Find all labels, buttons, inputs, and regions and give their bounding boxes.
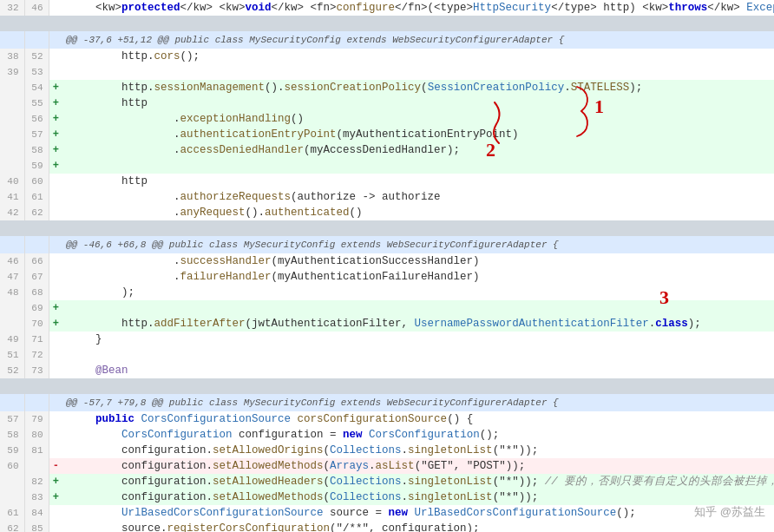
line-num-new: 69 bbox=[24, 300, 49, 316]
line-num-old bbox=[0, 158, 24, 174]
line-num-old: 51 bbox=[0, 347, 24, 363]
code-diff-container: 32 46 <kw>protected</kw> <kw>void</kw> <… bbox=[0, 0, 774, 532]
line-num-new bbox=[24, 458, 49, 474]
line-num-new: 83 bbox=[24, 489, 49, 505]
line-num-new bbox=[24, 394, 49, 411]
line-num-new: 85 bbox=[24, 521, 49, 532]
meta-content: @@ -37,6 +51,12 @@ public class MySecuri… bbox=[62, 31, 774, 49]
line-num-old: 62 bbox=[0, 521, 24, 532]
line-marker bbox=[49, 205, 62, 220]
line-content: configuration.setAllowedMethods(Collecti… bbox=[62, 489, 774, 505]
meta-content: @@ -57,7 +79,8 @@ public class MySecurit… bbox=[62, 394, 774, 411]
line-content: .failureHandler(myAuthenticationFailureH… bbox=[62, 269, 774, 285]
line-content bbox=[62, 64, 774, 80]
line-content: source.registerCorsConfiguration("/**", … bbox=[62, 521, 774, 532]
line-content: http.addFilterAfter(jwtAuthenticationFil… bbox=[62, 316, 774, 332]
line-marker: + bbox=[49, 95, 62, 111]
line-content: configuration.setAllowedOrigins(Collecti… bbox=[62, 443, 774, 458]
line-num-old bbox=[0, 236, 24, 253]
line-content: http bbox=[62, 95, 774, 111]
line-num-new bbox=[24, 31, 49, 49]
line-num-old bbox=[0, 394, 24, 411]
line-content bbox=[62, 347, 774, 363]
line-num-new: 56 bbox=[24, 111, 49, 127]
line-marker bbox=[49, 394, 62, 411]
line-num-old: 47 bbox=[0, 269, 24, 285]
line-marker: + bbox=[49, 127, 62, 142]
line-content: ); bbox=[62, 285, 774, 300]
line-marker: + bbox=[49, 300, 62, 316]
line-num-old: 38 bbox=[0, 49, 24, 64]
line-marker bbox=[49, 64, 62, 80]
line-content: @Bean bbox=[62, 363, 774, 378]
line-num-new: 46 bbox=[24, 0, 49, 16]
line-marker bbox=[49, 505, 62, 521]
line-num-new: 54 bbox=[24, 80, 49, 95]
line-content: http.sessionManagement().sessionCreation… bbox=[62, 80, 774, 95]
line-num-old bbox=[0, 316, 24, 332]
line-marker: + bbox=[49, 80, 62, 95]
line-marker bbox=[49, 363, 62, 378]
line-marker: + bbox=[49, 142, 62, 158]
line-num-old bbox=[0, 31, 24, 49]
line-content: .successHandler(myAuthenticationSuccessH… bbox=[62, 253, 774, 269]
line-marker bbox=[49, 427, 62, 443]
code-table: 32 46 <kw>protected</kw> <kw>void</kw> <… bbox=[0, 0, 774, 532]
line-content: configuration.setAllowedHeaders(Collecti… bbox=[62, 474, 774, 489]
line-marker: + bbox=[49, 158, 62, 174]
line-marker bbox=[49, 443, 62, 458]
line-num-new: 79 bbox=[24, 411, 49, 427]
line-num-new: 52 bbox=[24, 49, 49, 64]
line-content: http bbox=[62, 174, 774, 189]
line-num-new: 58 bbox=[24, 142, 49, 158]
line-num-new: 62 bbox=[24, 205, 49, 220]
line-marker bbox=[49, 285, 62, 300]
line-num-new: 57 bbox=[24, 127, 49, 142]
line-marker bbox=[49, 236, 62, 253]
line-marker bbox=[49, 0, 62, 16]
line-num-old: 48 bbox=[0, 285, 24, 300]
line-num-new: 84 bbox=[24, 505, 49, 521]
line-marker: - bbox=[49, 458, 62, 474]
line-num-old bbox=[0, 80, 24, 95]
line-num-new: 60 bbox=[24, 174, 49, 189]
line-content: http.cors(); bbox=[62, 49, 774, 64]
line-content: .authorizeRequests(authorize -> authoriz… bbox=[62, 189, 774, 205]
line-marker bbox=[49, 189, 62, 205]
line-num-old: 41 bbox=[0, 189, 24, 205]
line-content: <kw>protected</kw> <kw>void</kw> <fn>con… bbox=[62, 0, 774, 16]
line-marker bbox=[49, 332, 62, 347]
line-num-new: 59 bbox=[24, 158, 49, 174]
line-marker: + bbox=[49, 474, 62, 489]
line-content: .accessDeniedHandler(myAccessDeniedHandl… bbox=[62, 142, 774, 158]
line-num-new: 81 bbox=[24, 443, 49, 458]
line-content: .exceptionHandling() bbox=[62, 111, 774, 127]
line-num-new: 71 bbox=[24, 332, 49, 347]
line-num-old bbox=[0, 95, 24, 111]
line-content: } bbox=[62, 332, 774, 347]
line-marker bbox=[49, 174, 62, 189]
line-num-old: 42 bbox=[0, 205, 24, 220]
line-content: configuration.setAllowedMethods(Arrays.a… bbox=[62, 458, 774, 474]
line-num-new: 82 bbox=[24, 474, 49, 489]
line-num-new: 73 bbox=[24, 363, 49, 378]
line-num-new: 68 bbox=[24, 285, 49, 300]
line-num-old: 61 bbox=[0, 505, 24, 521]
line-num-new: 53 bbox=[24, 64, 49, 80]
line-num-old bbox=[0, 142, 24, 158]
line-marker bbox=[49, 347, 62, 363]
line-num-new: 61 bbox=[24, 189, 49, 205]
line-marker bbox=[49, 49, 62, 64]
line-marker: + bbox=[49, 489, 62, 505]
line-content: .authenticationEntryPoint(myAuthenticati… bbox=[62, 127, 774, 142]
line-num-new: 72 bbox=[24, 347, 49, 363]
line-num-old bbox=[0, 300, 24, 316]
line-num-old bbox=[0, 474, 24, 489]
line-marker bbox=[49, 31, 62, 49]
line-marker: + bbox=[49, 316, 62, 332]
line-num-old bbox=[0, 489, 24, 505]
line-num-new bbox=[24, 236, 49, 253]
line-marker bbox=[49, 269, 62, 285]
line-num-old: 52 bbox=[0, 363, 24, 378]
line-num-old: 32 bbox=[0, 0, 24, 16]
